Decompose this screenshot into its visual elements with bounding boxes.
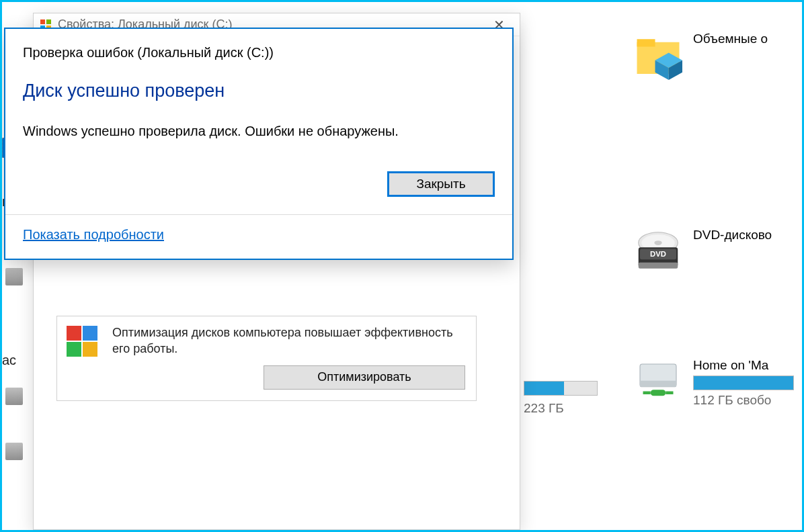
svg-rect-1: [637, 39, 655, 46]
svg-rect-14: [651, 390, 666, 396]
item-label: Объемные о: [693, 32, 768, 46]
close-button[interactable]: Закрыть: [387, 171, 495, 197]
svg-rect-13: [640, 381, 676, 387]
dialog-title: Проверка ошибок (Локальный диск (C:)): [5, 29, 512, 63]
svg-rect-24: [83, 342, 97, 357]
item-label: Home on 'Ma: [693, 358, 794, 373]
item-sublabel: 112 ГБ свобо: [693, 393, 794, 408]
svg-rect-21: [67, 326, 81, 341]
svg-rect-23: [67, 342, 81, 357]
storage-fragment: 223 ГБ: [524, 381, 598, 416]
svg-rect-18: [46, 19, 51, 24]
svg-point-7: [654, 240, 661, 245]
sidebar-drive-icon[interactable]: [5, 443, 23, 460]
item-label: DVD-дисково: [693, 228, 772, 242]
svg-rect-17: [40, 19, 45, 24]
list-item[interactable]: DVD DVD-дисково: [634, 228, 802, 276]
defrag-icon: [65, 324, 100, 359]
explorer-background: ва г ас 223 ГБ Объемные: [2, 2, 802, 530]
network-drive-icon: [634, 358, 682, 406]
sidebar-drive-icon[interactable]: [5, 388, 23, 405]
dialog-body: Windows успешно проверила диск. Ошибки н…: [5, 107, 512, 140]
storage-text: 223 ГБ: [524, 401, 598, 416]
dvd-drive-icon: DVD: [634, 228, 682, 276]
optimize-panel: Оптимизация дисков компьютера повышает э…: [56, 316, 477, 401]
optimize-button[interactable]: Оптимизировать: [264, 365, 465, 390]
folder-3d-icon: [634, 32, 682, 80]
list-item[interactable]: Объемные о: [634, 32, 802, 80]
svg-rect-11: [639, 263, 678, 269]
details-link[interactable]: Показать подробности: [23, 227, 164, 242]
sidebar-text-fragment: ас: [2, 353, 16, 368]
svg-rect-22: [83, 326, 97, 341]
dialog-heading: Диск успешно проверен: [5, 63, 512, 107]
sidebar-drive-icon[interactable]: [5, 268, 23, 285]
storage-bar: [524, 381, 598, 396]
list-item[interactable]: Home on 'Ma 112 ГБ свобо: [634, 358, 802, 408]
svg-text:DVD: DVD: [650, 250, 666, 258]
optimize-description: Оптимизация дисков компьютера повышает э…: [112, 324, 465, 357]
storage-bar: [693, 375, 794, 390]
check-disk-dialog: Проверка ошибок (Локальный диск (C:)) Ди…: [4, 28, 514, 260]
